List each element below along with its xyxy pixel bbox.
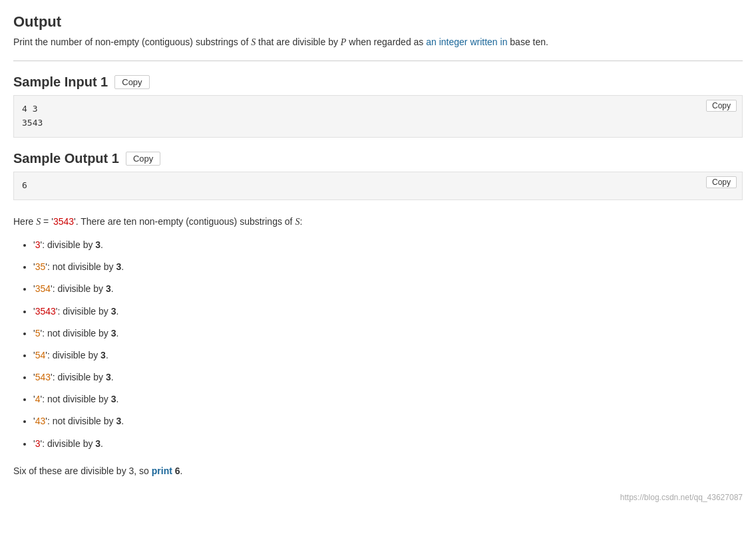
divisor: 3 [116,261,121,272]
footer-url: https://blog.csdn.net/qq_43627087 [13,493,743,502]
list-item: '354': divisible by 3. [33,281,743,297]
sample-output-1-code: 6 [22,180,27,190]
sample-input-1-code: 4 33543 [22,104,43,128]
divisor: 3 [106,283,111,294]
sample-input-1-inner-copy-button[interactable]: Copy [706,100,737,112]
list-item: '3543': divisible by 3. [33,303,743,320]
substr-value: 3543 [35,306,56,317]
substr-value: 543 [35,372,51,382]
sample-output-1-copy-button[interactable]: Copy [126,152,160,166]
sample-output-1-header: Sample Output 1 Copy [13,151,743,166]
blue-text: an integer written in [426,37,507,47]
divisor: 3 [100,350,106,360]
output-description: Print the number of non-empty (contiguou… [13,35,743,50]
list-item: '54': divisible by 3. [33,347,743,364]
list-item: '4': not divisible by 3. [33,391,743,408]
print-value: 6 [175,466,180,476]
sample-input-1-code-block: 4 33543 Copy [13,95,743,138]
divider [13,61,743,61]
explanation-summary: Six of these are divisible by 3, so prin… [13,463,743,479]
substr-value: 3 [35,239,41,250]
list-item: '3': divisible by 3. [33,436,743,452]
substr-value: 4 [35,394,41,404]
sample-input-1-copy-button[interactable]: Copy [114,75,149,89]
substr-value: 54 [35,350,46,360]
s-var-intro: S [36,217,41,227]
substr-value: 3 [35,438,41,449]
divisor: 3 [111,328,116,339]
divisor: 3 [95,239,100,250]
s-variable: S [251,37,256,47]
p-variable: P [341,37,347,47]
divisor: 3 [111,306,116,317]
list-item: '5': not divisible by 3. [33,325,743,342]
sample-output-1-inner-copy-button[interactable]: Copy [706,176,737,188]
divisor: 3 [106,372,111,382]
divisor: 3 [116,416,121,426]
list-item: '35': not divisible by 3. [33,259,743,275]
sample-output-1-title: Sample Output 1 [13,151,119,166]
s-value-intro: 3543 [53,216,74,227]
divisor: 3 [111,394,116,404]
sample-input-1-title: Sample Input 1 [13,74,108,90]
list-item: '43': not divisible by 3. [33,413,743,430]
sample-output-1-code-block: 6 Copy [13,172,743,200]
output-title: Output [13,13,743,31]
substr-value: 354 [35,283,51,294]
sample-input-1-header: Sample Input 1 Copy [13,74,743,90]
s-var-intro2: S [295,217,299,227]
explanation-section: Here S = '3543'. There are ten non-empty… [13,213,743,479]
list-item: '543': divisible by 3. [33,369,743,386]
list-item: '3': divisible by 3. [33,237,743,253]
print-keyword: print [152,466,172,476]
divisor: 3 [95,438,100,449]
substrings-list: '3': divisible by 3. '35': not divisible… [33,237,743,452]
substr-value: 43 [35,416,46,426]
substr-value: 5 [35,328,41,339]
explanation-intro: Here S = '3543'. There are ten non-empty… [13,213,743,230]
substr-value: 35 [35,261,46,272]
